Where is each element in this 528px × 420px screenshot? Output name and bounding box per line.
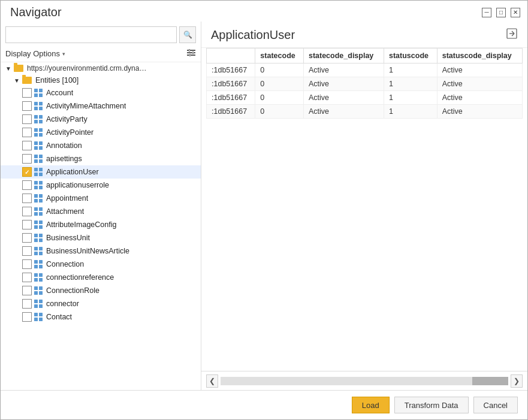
- export-icon[interactable]: [506, 28, 518, 43]
- scroll-right-button[interactable]: ❯: [511, 374, 523, 388]
- grid-icon: [34, 247, 43, 255]
- grid-icon: [34, 207, 43, 216]
- svg-rect-31: [39, 168, 43, 171]
- svg-rect-7: [39, 89, 43, 92]
- display-options-label: Display Options: [5, 49, 60, 58]
- table-cell: Active: [303, 77, 384, 91]
- tree-item[interactable]: AttributeImageConfig: [1, 218, 201, 231]
- window-title: Navigator: [10, 5, 62, 19]
- tree-checkbox[interactable]: [22, 312, 32, 322]
- grid-icon: [34, 273, 43, 282]
- tree-checkbox[interactable]: [22, 88, 32, 98]
- svg-rect-11: [39, 102, 43, 105]
- svg-rect-62: [34, 273, 38, 277]
- navigator-window: Navigator ─ □ ✕ 🔍 Display Options ▾: [0, 0, 528, 420]
- close-button[interactable]: ✕: [511, 8, 520, 17]
- search-button[interactable]: 🔍: [179, 26, 196, 43]
- tree-checkbox[interactable]: [22, 259, 32, 269]
- tree-item[interactable]: connectionreference: [1, 271, 201, 284]
- tree-item-label: ConnectionRole: [46, 286, 99, 295]
- tree-item[interactable]: ActivityParty: [1, 113, 201, 126]
- content-area: 🔍 Display Options ▾: [1, 22, 527, 390]
- tree-item[interactable]: Connection: [1, 258, 201, 271]
- tree-item[interactable]: applicationuserrole: [1, 179, 201, 192]
- grid-icon: [34, 220, 43, 229]
- tree-checkbox[interactable]: [22, 154, 32, 164]
- tree-checkbox[interactable]: [22, 101, 32, 111]
- svg-rect-48: [34, 225, 38, 229]
- tree-checkbox[interactable]: [22, 114, 32, 124]
- tree-item[interactable]: Annotation: [1, 139, 201, 152]
- tree-item[interactable]: BusinessUnitNewsArticle: [1, 244, 201, 258]
- svg-rect-23: [39, 141, 43, 145]
- display-options-button[interactable]: Display Options ▾: [5, 49, 65, 58]
- tree-area[interactable]: ▼ https://yourenvironmentid.crm.dynamics…: [1, 62, 201, 390]
- folder-icon: [14, 64, 25, 72]
- svg-rect-59: [39, 260, 43, 264]
- svg-rect-61: [39, 265, 43, 268]
- tree-checkbox[interactable]: [22, 299, 32, 309]
- grid-icon: [34, 102, 43, 110]
- tree-item[interactable]: ActivityPointer: [1, 126, 201, 139]
- tree-item[interactable]: Contact: [1, 310, 201, 324]
- svg-rect-9: [39, 93, 43, 97]
- tree-checkbox[interactable]: [22, 286, 32, 295]
- collapse-arrow-icon: ▼: [5, 65, 14, 72]
- load-button[interactable]: Load: [352, 397, 390, 413]
- grid-icon: [34, 181, 43, 189]
- grid-icon: [34, 168, 43, 176]
- tree-checkbox[interactable]: [22, 246, 32, 256]
- tree-root-url[interactable]: ▼ https://yourenvironmentid.crm.dynamics…: [1, 62, 201, 74]
- tree-item[interactable]: Account: [1, 86, 201, 99]
- scroll-left-button[interactable]: ❮: [206, 374, 218, 388]
- transform-data-button[interactable]: Transform Data: [394, 397, 469, 413]
- svg-rect-26: [34, 155, 38, 158]
- tree-item[interactable]: ApplicationUser: [1, 165, 201, 179]
- tree-item[interactable]: Appointment: [1, 192, 201, 205]
- table-cell: 1: [384, 91, 438, 105]
- tree-item[interactable]: BusinessUnit: [1, 231, 201, 244]
- table-body: :1db516670Active1Active:1db516670Active1…: [207, 64, 523, 119]
- svg-rect-77: [39, 318, 43, 321]
- tree-item-label: BusinessUnit: [46, 234, 90, 242]
- dropdown-arrow-icon: ▾: [62, 51, 65, 57]
- svg-rect-8: [34, 93, 38, 97]
- tree-item-label: AttributeImageConfig: [46, 220, 116, 229]
- maximize-button[interactable]: □: [496, 8, 506, 17]
- settings-icon-button[interactable]: [186, 48, 196, 59]
- tree-checkbox[interactable]: [22, 207, 32, 216]
- tree-entities-root[interactable]: ▼ Entities [100]: [1, 74, 201, 86]
- table-cell: Active: [303, 64, 384, 77]
- svg-rect-22: [34, 141, 38, 145]
- tree-checkbox[interactable]: [22, 141, 32, 150]
- tree-item[interactable]: ActivityMimeAttachment: [1, 99, 201, 113]
- tree-checkbox[interactable]: [22, 180, 32, 190]
- right-header: ApplicationUser: [201, 22, 527, 48]
- tree-item-label: Contact: [46, 313, 72, 321]
- root-url-label: https://yourenvironmentid.crm.dynamics..…: [27, 64, 147, 72]
- minimize-button[interactable]: ─: [482, 8, 491, 17]
- tree-item[interactable]: apisettings: [1, 152, 201, 165]
- tree-item[interactable]: connector: [1, 297, 201, 310]
- tree-item[interactable]: Attachment: [1, 205, 201, 218]
- table-cell: :1db51667: [207, 64, 255, 77]
- tree-checkbox[interactable]: [22, 233, 32, 243]
- svg-rect-6: [34, 89, 38, 92]
- svg-rect-51: [39, 234, 43, 237]
- svg-rect-27: [39, 155, 43, 158]
- tree-item[interactable]: ConnectionRole: [1, 284, 201, 297]
- entities-folder-icon: [22, 76, 33, 84]
- tree-checkbox[interactable]: [22, 167, 32, 177]
- svg-rect-52: [34, 238, 38, 242]
- scroll-track[interactable]: [221, 377, 508, 385]
- cancel-button[interactable]: Cancel: [473, 397, 518, 413]
- tree-checkbox[interactable]: [22, 273, 32, 282]
- svg-rect-56: [34, 252, 38, 255]
- svg-rect-63: [39, 273, 43, 277]
- tree-checkbox[interactable]: [22, 128, 32, 137]
- tree-checkbox[interactable]: [22, 194, 32, 203]
- search-input[interactable]: [5, 26, 177, 43]
- tree-checkbox[interactable]: [22, 220, 32, 229]
- scroll-thumb[interactable]: [472, 377, 508, 385]
- svg-rect-33: [39, 173, 43, 176]
